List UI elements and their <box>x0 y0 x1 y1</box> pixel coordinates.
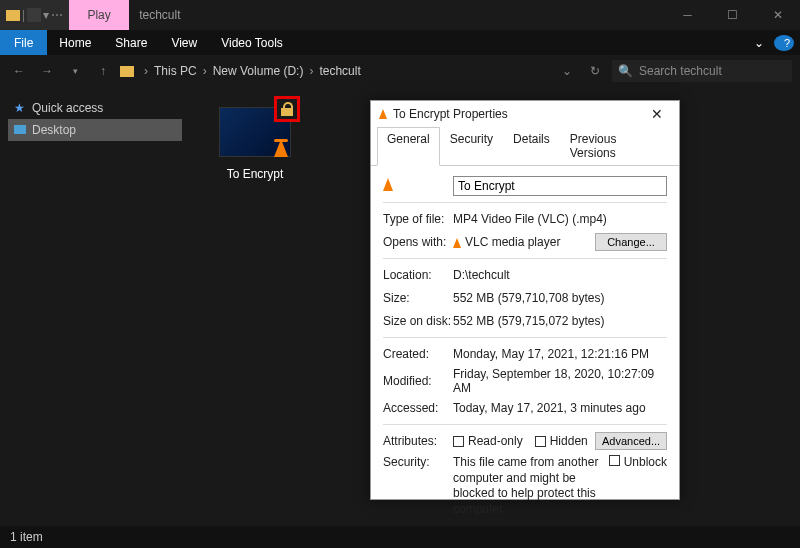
lock-icon <box>281 108 293 116</box>
window-controls: ─ ☐ ✕ <box>665 0 800 30</box>
dialog-titlebar[interactable]: To Encrypt Properties ✕ <box>371 101 679 127</box>
checkbox-icon <box>609 455 620 466</box>
advanced-button[interactable]: Advanced... <box>595 432 667 450</box>
attributes-label: Attributes: <box>383 434 453 448</box>
created-value: Monday, May 17, 2021, 12:21:16 PM <box>453 347 667 361</box>
dialog-title: To Encrypt Properties <box>393 107 508 121</box>
created-label: Created: <box>383 347 453 361</box>
size-on-disk-label: Size on disk: <box>383 314 453 328</box>
chevron-right-icon[interactable]: › <box>305 64 317 78</box>
quick-access-toolbar: | ▾ ⋯ <box>0 0 69 30</box>
view-tab[interactable]: View <box>159 36 209 50</box>
up-button[interactable]: ↑ <box>92 60 114 82</box>
general-panel: Type of file:MP4 Video File (VLC) (.mp4)… <box>371 166 679 530</box>
sidebar-item-label: Desktop <box>32 123 76 137</box>
unblock-checkbox[interactable]: Unblock <box>609 455 667 517</box>
address-dropdown-icon[interactable]: ⌄ <box>556 60 578 82</box>
type-label: Type of file: <box>383 212 453 226</box>
checkbox-icon <box>535 436 546 447</box>
recent-locations-icon[interactable]: ▾ <box>64 60 86 82</box>
ribbon-expand-icon[interactable]: ⌄ <box>744 36 774 50</box>
play-label: Play <box>87 8 110 22</box>
encryption-highlight <box>274 96 300 122</box>
vlc-icon <box>453 238 461 248</box>
video-thumbnail <box>219 107 291 157</box>
dialog-close-button[interactable]: ✕ <box>643 106 671 122</box>
opens-with-value: VLC media player <box>453 235 595 249</box>
vlc-icon <box>383 178 393 191</box>
minimize-button[interactable]: ─ <box>665 0 710 30</box>
item-count: 1 item <box>10 530 43 544</box>
titlebar: | ▾ ⋯ Play techcult ─ ☐ ✕ <box>0 0 800 30</box>
share-tab[interactable]: Share <box>103 36 159 50</box>
accessed-value: Today, May 17, 2021, 3 minutes ago <box>453 401 667 415</box>
video-tools-tab-label[interactable]: Video Tools <box>209 36 295 50</box>
tab-general[interactable]: General <box>377 127 440 166</box>
file-name-label: To Encrypt <box>210 167 300 181</box>
security-message: This file came from another computer and… <box>453 455 605 517</box>
size-label: Size: <box>383 291 453 305</box>
window-title: techcult <box>129 0 665 30</box>
breadcrumb-folder[interactable]: techcult <box>317 64 362 78</box>
chevron-right-icon[interactable]: › <box>140 64 152 78</box>
breadcrumb-volume[interactable]: New Volume (D:) <box>211 64 306 78</box>
folder-icon <box>120 66 134 77</box>
search-icon: 🔍 <box>618 64 633 78</box>
file-item-to-encrypt[interactable]: To Encrypt <box>210 107 300 181</box>
help-icon[interactable]: ? <box>774 35 794 51</box>
pipe-separator: | <box>22 8 25 22</box>
back-button[interactable]: ← <box>8 60 30 82</box>
close-button[interactable]: ✕ <box>755 0 800 30</box>
maximize-button[interactable]: ☐ <box>710 0 755 30</box>
change-button[interactable]: Change... <box>595 233 667 251</box>
desktop-icon <box>14 123 26 137</box>
search-input[interactable]: 🔍 Search techcult <box>612 60 792 82</box>
location-label: Location: <box>383 268 453 282</box>
tab-details[interactable]: Details <box>503 127 560 165</box>
modified-value: Friday, September 18, 2020, 10:27:09 AM <box>453 367 667 395</box>
sidebar-item-desktop[interactable]: Desktop <box>8 119 182 141</box>
home-tab[interactable]: Home <box>47 36 103 50</box>
dialog-tabs: General Security Details Previous Versio… <box>371 127 679 166</box>
tab-security[interactable]: Security <box>440 127 503 165</box>
security-label: Security: <box>383 455 453 469</box>
breadcrumb[interactable]: › This PC › New Volume (D:) › techcult <box>120 60 363 82</box>
modified-label: Modified: <box>383 374 453 388</box>
navigation-pane: ★ Quick access Desktop <box>0 87 190 527</box>
sidebar-item-quick-access[interactable]: ★ Quick access <box>8 97 182 119</box>
search-placeholder: Search techcult <box>639 64 722 78</box>
refresh-button[interactable]: ↻ <box>584 60 606 82</box>
chevron-right-icon[interactable]: › <box>199 64 211 78</box>
properties-dialog: To Encrypt Properties ✕ General Security… <box>370 100 680 500</box>
size-value: 552 MB (579,710,708 bytes) <box>453 291 667 305</box>
checkbox-icon <box>453 436 464 447</box>
overflow-icon[interactable]: ⋯ <box>51 8 63 22</box>
accessed-label: Accessed: <box>383 401 453 415</box>
status-bar: 1 item <box>0 526 800 548</box>
chevron-down-icon[interactable]: ▾ <box>43 8 49 22</box>
folder-icon <box>6 10 20 21</box>
type-value: MP4 Video File (VLC) (.mp4) <box>453 212 667 226</box>
save-icon[interactable] <box>27 8 41 22</box>
forward-button[interactable]: → <box>36 60 58 82</box>
hidden-checkbox[interactable]: Hidden <box>535 434 588 448</box>
vlc-icon <box>379 109 387 119</box>
sidebar-item-label: Quick access <box>32 101 103 115</box>
vlc-icon <box>274 139 288 160</box>
ribbon: File Home Share View Video Tools ⌄ ? <box>0 30 800 55</box>
file-name-input[interactable] <box>453 176 667 196</box>
file-tab[interactable]: File <box>0 30 47 55</box>
opens-with-label: Opens with: <box>383 235 453 249</box>
tab-previous-versions[interactable]: Previous Versions <box>560 127 673 165</box>
address-bar: ← → ▾ ↑ › This PC › New Volume (D:) › te… <box>0 55 800 87</box>
size-on-disk-value: 552 MB (579,715,072 bytes) <box>453 314 667 328</box>
readonly-checkbox[interactable]: Read-only <box>453 434 523 448</box>
breadcrumb-root[interactable]: This PC <box>152 64 199 78</box>
star-icon: ★ <box>14 101 26 115</box>
video-tools-tab[interactable]: Play <box>69 0 129 30</box>
location-value: D:\techcult <box>453 268 667 282</box>
